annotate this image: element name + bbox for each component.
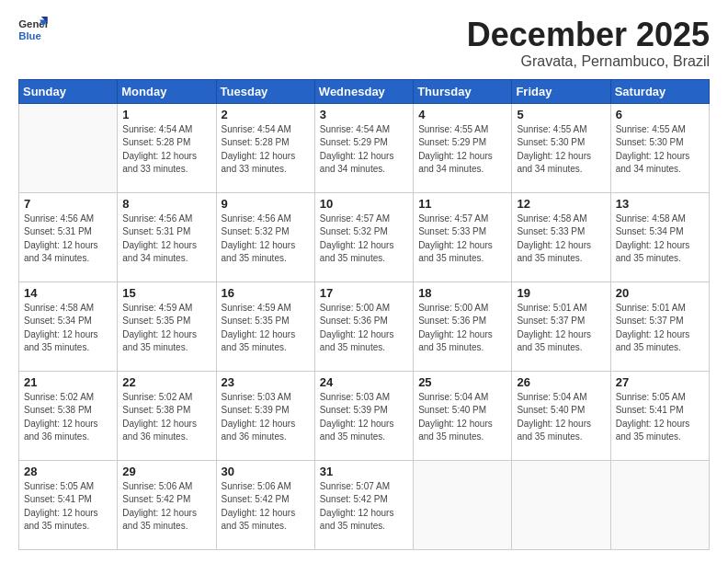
svg-text:Blue: Blue	[18, 30, 41, 41]
table-row: 21Sunrise: 5:02 AM Sunset: 5:38 PM Dayli…	[19, 371, 118, 460]
table-row: 18Sunrise: 5:00 AM Sunset: 5:36 PM Dayli…	[414, 282, 512, 371]
day-number: 30	[222, 465, 310, 478]
calendar-week-row: 28Sunrise: 5:05 AM Sunset: 5:41 PM Dayli…	[19, 460, 710, 549]
day-info: Sunrise: 4:54 AM Sunset: 5:28 PM Dayligh…	[222, 123, 310, 177]
table-row: 3Sunrise: 4:54 AM Sunset: 5:29 PM Daylig…	[314, 103, 413, 192]
day-info: Sunrise: 4:56 AM Sunset: 5:31 PM Dayligh…	[24, 213, 112, 266]
day-info: Sunrise: 4:55 AM Sunset: 5:30 PM Dayligh…	[616, 123, 704, 177]
day-number: 15	[122, 286, 210, 300]
day-info: Sunrise: 4:56 AM Sunset: 5:31 PM Dayligh…	[122, 213, 210, 266]
day-number: 20	[616, 286, 704, 300]
day-info: Sunrise: 4:54 AM Sunset: 5:28 PM Dayligh…	[122, 123, 210, 177]
col-saturday: Saturday	[610, 79, 709, 103]
page: General Blue December 2025 Gravata, Pern…	[0, 0, 728, 563]
day-info: Sunrise: 5:03 AM Sunset: 5:39 PM Dayligh…	[320, 391, 408, 444]
main-title: December 2025	[467, 17, 710, 53]
day-info: Sunrise: 5:02 AM Sunset: 5:38 PM Dayligh…	[122, 391, 210, 444]
table-row: 4Sunrise: 4:55 AM Sunset: 5:29 PM Daylig…	[414, 103, 512, 192]
table-row	[512, 460, 610, 549]
day-number: 5	[517, 108, 605, 121]
day-number: 11	[418, 197, 506, 211]
day-number: 4	[418, 108, 506, 121]
table-row: 20Sunrise: 5:01 AM Sunset: 5:37 PM Dayli…	[610, 282, 709, 371]
day-info: Sunrise: 5:05 AM Sunset: 5:41 PM Dayligh…	[24, 480, 112, 534]
day-number: 28	[24, 465, 112, 478]
day-info: Sunrise: 5:07 AM Sunset: 5:42 PM Dayligh…	[320, 480, 408, 534]
table-row: 6Sunrise: 4:55 AM Sunset: 5:30 PM Daylig…	[610, 103, 709, 192]
col-tuesday: Tuesday	[216, 79, 314, 103]
calendar-week-row: 14Sunrise: 4:58 AM Sunset: 5:34 PM Dayli…	[19, 282, 710, 371]
table-row: 8Sunrise: 4:56 AM Sunset: 5:31 PM Daylig…	[118, 192, 216, 282]
table-row: 14Sunrise: 4:58 AM Sunset: 5:34 PM Dayli…	[19, 282, 118, 371]
col-wednesday: Wednesday	[314, 79, 413, 103]
day-info: Sunrise: 4:57 AM Sunset: 5:32 PM Dayligh…	[320, 213, 408, 266]
calendar-week-row: 7Sunrise: 4:56 AM Sunset: 5:31 PM Daylig…	[19, 192, 710, 282]
day-number: 10	[320, 197, 408, 211]
table-row: 5Sunrise: 4:55 AM Sunset: 5:30 PM Daylig…	[512, 103, 610, 192]
day-info: Sunrise: 4:58 AM Sunset: 5:33 PM Dayligh…	[517, 213, 605, 266]
day-number: 3	[320, 108, 408, 121]
calendar-week-row: 1Sunrise: 4:54 AM Sunset: 5:28 PM Daylig…	[19, 103, 710, 192]
day-info: Sunrise: 5:06 AM Sunset: 5:42 PM Dayligh…	[222, 480, 310, 534]
calendar-week-row: 21Sunrise: 5:02 AM Sunset: 5:38 PM Dayli…	[19, 371, 710, 460]
day-info: Sunrise: 4:59 AM Sunset: 5:35 PM Dayligh…	[122, 302, 210, 355]
day-number: 26	[517, 375, 605, 389]
table-row: 13Sunrise: 4:58 AM Sunset: 5:34 PM Dayli…	[610, 192, 709, 282]
table-row: 29Sunrise: 5:06 AM Sunset: 5:42 PM Dayli…	[118, 460, 216, 549]
day-number: 24	[320, 375, 408, 389]
col-friday: Friday	[512, 79, 610, 103]
day-number: 13	[616, 197, 704, 211]
day-info: Sunrise: 5:00 AM Sunset: 5:36 PM Dayligh…	[320, 302, 408, 355]
header: General Blue December 2025 Gravata, Pern…	[18, 17, 710, 70]
calendar-table: Sunday Monday Tuesday Wednesday Thursday…	[18, 79, 710, 550]
day-number: 6	[616, 108, 704, 121]
day-number: 25	[418, 375, 506, 389]
table-row: 28Sunrise: 5:05 AM Sunset: 5:41 PM Dayli…	[19, 460, 118, 549]
table-row: 15Sunrise: 4:59 AM Sunset: 5:35 PM Dayli…	[118, 282, 216, 371]
day-info: Sunrise: 5:00 AM Sunset: 5:36 PM Dayligh…	[418, 302, 506, 355]
day-info: Sunrise: 5:05 AM Sunset: 5:41 PM Dayligh…	[616, 391, 704, 444]
table-row: 19Sunrise: 5:01 AM Sunset: 5:37 PM Dayli…	[512, 282, 610, 371]
day-info: Sunrise: 4:55 AM Sunset: 5:30 PM Dayligh…	[517, 123, 605, 177]
table-row	[19, 103, 118, 192]
table-row: 2Sunrise: 4:54 AM Sunset: 5:28 PM Daylig…	[216, 103, 314, 192]
day-info: Sunrise: 5:01 AM Sunset: 5:37 PM Dayligh…	[517, 302, 605, 355]
day-number: 16	[222, 286, 310, 300]
day-number: 17	[320, 286, 408, 300]
logo: General Blue	[18, 17, 48, 42]
day-number: 22	[122, 375, 210, 389]
col-monday: Monday	[118, 79, 216, 103]
table-row: 9Sunrise: 4:56 AM Sunset: 5:32 PM Daylig…	[216, 192, 314, 282]
day-info: Sunrise: 4:58 AM Sunset: 5:34 PM Dayligh…	[616, 213, 704, 266]
day-info: Sunrise: 4:59 AM Sunset: 5:35 PM Dayligh…	[222, 302, 310, 355]
day-info: Sunrise: 5:04 AM Sunset: 5:40 PM Dayligh…	[418, 391, 506, 444]
day-info: Sunrise: 5:04 AM Sunset: 5:40 PM Dayligh…	[517, 391, 605, 444]
day-info: Sunrise: 4:58 AM Sunset: 5:34 PM Dayligh…	[24, 302, 112, 355]
day-info: Sunrise: 4:55 AM Sunset: 5:29 PM Dayligh…	[418, 123, 506, 177]
day-info: Sunrise: 5:03 AM Sunset: 5:39 PM Dayligh…	[222, 391, 310, 444]
table-row: 12Sunrise: 4:58 AM Sunset: 5:33 PM Dayli…	[512, 192, 610, 282]
table-row: 23Sunrise: 5:03 AM Sunset: 5:39 PM Dayli…	[216, 371, 314, 460]
day-number: 21	[24, 375, 112, 389]
table-row: 30Sunrise: 5:06 AM Sunset: 5:42 PM Dayli…	[216, 460, 314, 549]
table-row: 22Sunrise: 5:02 AM Sunset: 5:38 PM Dayli…	[118, 371, 216, 460]
table-row	[414, 460, 512, 549]
day-number: 23	[222, 375, 310, 389]
table-row: 16Sunrise: 4:59 AM Sunset: 5:35 PM Dayli…	[216, 282, 314, 371]
table-row: 26Sunrise: 5:04 AM Sunset: 5:40 PM Dayli…	[512, 371, 610, 460]
day-number: 7	[24, 197, 112, 211]
table-row: 27Sunrise: 5:05 AM Sunset: 5:41 PM Dayli…	[610, 371, 709, 460]
table-row: 24Sunrise: 5:03 AM Sunset: 5:39 PM Dayli…	[314, 371, 413, 460]
table-row: 17Sunrise: 5:00 AM Sunset: 5:36 PM Dayli…	[314, 282, 413, 371]
table-row: 11Sunrise: 4:57 AM Sunset: 5:33 PM Dayli…	[414, 192, 512, 282]
day-number: 31	[320, 465, 408, 478]
day-info: Sunrise: 4:56 AM Sunset: 5:32 PM Dayligh…	[222, 213, 310, 266]
col-sunday: Sunday	[19, 79, 118, 103]
day-info: Sunrise: 5:06 AM Sunset: 5:42 PM Dayligh…	[122, 480, 210, 534]
day-info: Sunrise: 5:02 AM Sunset: 5:38 PM Dayligh…	[24, 391, 112, 444]
subtitle: Gravata, Pernambuco, Brazil	[467, 53, 710, 70]
day-info: Sunrise: 4:57 AM Sunset: 5:33 PM Dayligh…	[418, 213, 506, 266]
day-number: 14	[24, 286, 112, 300]
col-thursday: Thursday	[414, 79, 512, 103]
calendar-header-row: Sunday Monday Tuesday Wednesday Thursday…	[19, 79, 710, 103]
